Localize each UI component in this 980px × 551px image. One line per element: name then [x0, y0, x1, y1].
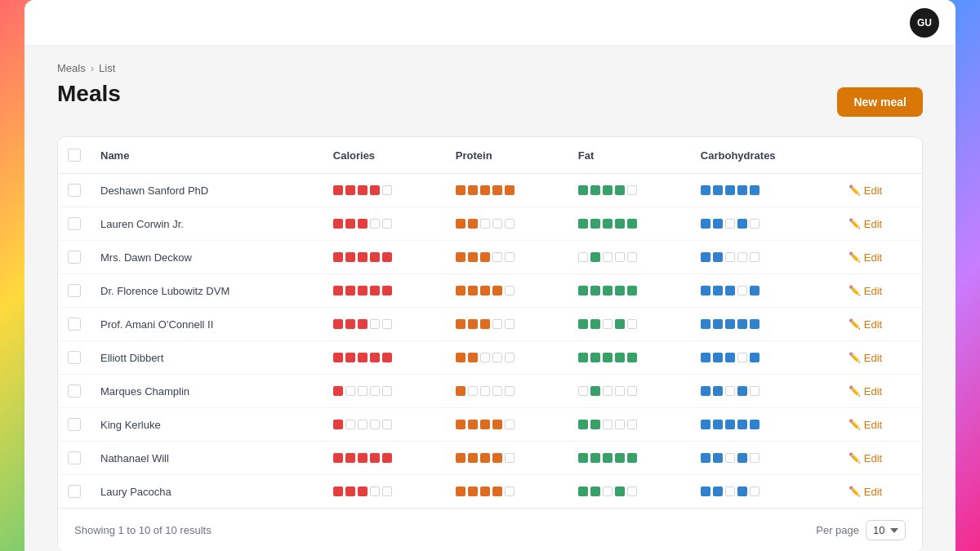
row-action-cell: ✏️ Edit: [839, 241, 922, 274]
per-page-control: Per page 10 25 50: [816, 520, 906, 540]
row-action-cell: ✏️ Edit: [839, 174, 922, 207]
row-checkbox-5[interactable]: [68, 351, 81, 364]
row-calories: [323, 274, 446, 308]
row-protein: [446, 442, 568, 475]
edit-button[interactable]: ✏️ Edit: [849, 385, 882, 398]
table-row: Deshawn Sanford PhD✏️ Edit: [58, 174, 922, 207]
table-row: Laury Pacocha✏️ Edit: [58, 475, 922, 509]
row-carbs: [691, 174, 839, 207]
row-name: Deshawn Sanford PhD: [91, 174, 323, 207]
table-row: King Kerluke✏️ Edit: [58, 408, 922, 442]
edit-button[interactable]: ✏️ Edit: [849, 419, 882, 431]
select-all-header: [58, 137, 91, 174]
row-checkbox-cell: [58, 274, 91, 308]
row-fat: [568, 475, 691, 509]
avatar[interactable]: GU: [910, 8, 939, 38]
col-calories: Calories: [323, 137, 446, 174]
edit-button[interactable]: ✏️ Edit: [849, 352, 882, 364]
row-carbs: [691, 341, 839, 375]
row-checkbox-1[interactable]: [68, 217, 81, 230]
row-carbs: [691, 241, 839, 274]
row-checkbox-6[interactable]: [68, 384, 81, 398]
row-checkbox-4[interactable]: [68, 318, 81, 331]
edit-icon: ✏️: [849, 419, 861, 430]
row-action-cell: ✏️ Edit: [839, 308, 922, 341]
edit-icon: ✏️: [849, 251, 861, 263]
breadcrumb-root[interactable]: Meals: [57, 62, 86, 74]
edit-button[interactable]: ✏️ Edit: [849, 218, 882, 230]
row-action-cell: ✏️ Edit: [839, 442, 922, 475]
breadcrumb-current: List: [99, 62, 115, 74]
row-calories: [323, 408, 446, 442]
top-bar: GU: [24, 0, 956, 46]
row-calories: [323, 375, 446, 408]
col-name: Name: [91, 137, 323, 174]
table-row: Marques Champlin✏️ Edit: [58, 375, 922, 408]
row-name: Dr. Florence Lubowitz DVM: [91, 274, 323, 308]
col-carbohydrates: Carbohydrates: [691, 137, 839, 174]
row-action-cell: ✏️ Edit: [839, 375, 922, 408]
edit-button[interactable]: ✏️ Edit: [849, 318, 882, 331]
breadcrumb: Meals › List: [57, 62, 923, 74]
row-name: Prof. Amani O'Connell II: [91, 308, 323, 341]
edit-button[interactable]: ✏️ Edit: [849, 251, 882, 264]
row-action-cell: ✏️ Edit: [839, 274, 922, 308]
pagination: Showing 1 to 10 of 10 results Per page 1…: [58, 508, 922, 551]
edit-button[interactable]: ✏️ Edit: [849, 285, 882, 297]
breadcrumb-separator: ›: [91, 62, 94, 74]
meals-table: Name Calories Protein Fat Carbohydrates …: [58, 137, 922, 508]
row-checkbox-3[interactable]: [68, 284, 81, 297]
row-name: Laury Pacocha: [91, 475, 323, 509]
new-meal-button[interactable]: New meal: [837, 87, 923, 117]
row-checkbox-cell: [58, 442, 91, 475]
row-checkbox-0[interactable]: [68, 184, 81, 197]
row-action-cell: ✏️ Edit: [839, 207, 922, 241]
edit-button[interactable]: ✏️ Edit: [849, 452, 882, 464]
row-calories: [323, 442, 446, 475]
row-carbs: [691, 274, 839, 308]
row-fat: [568, 442, 691, 475]
main-content: Meals › List Meals New meal Name Calorie…: [24, 46, 956, 551]
row-calories: [323, 241, 446, 274]
row-carbs: [691, 375, 839, 408]
row-fat: [568, 174, 691, 207]
row-carbs: [691, 408, 839, 442]
edit-icon: ✏️: [849, 352, 861, 363]
select-all-checkbox[interactable]: [68, 149, 81, 162]
table-row: Elliott Dibbert✏️ Edit: [58, 341, 922, 375]
row-protein: [446, 174, 568, 207]
row-protein: [446, 274, 568, 308]
edit-icon: ✏️: [849, 285, 861, 296]
row-checkbox-cell: [58, 174, 91, 207]
row-checkbox-cell: [58, 241, 91, 274]
edit-icon: ✏️: [849, 452, 861, 464]
row-checkbox-9[interactable]: [68, 485, 81, 498]
row-calories: [323, 475, 446, 509]
table-row: Prof. Amani O'Connell II✏️ Edit: [58, 308, 922, 341]
row-checkbox-8[interactable]: [68, 451, 81, 464]
row-checkbox-cell: [58, 341, 91, 375]
row-protein: [446, 241, 568, 274]
row-calories: [323, 341, 446, 375]
table-row: Mrs. Dawn Deckow✏️ Edit: [58, 241, 922, 274]
edit-button[interactable]: ✏️ Edit: [849, 486, 882, 498]
row-fat: [568, 308, 691, 341]
row-carbs: [691, 207, 839, 241]
edit-button[interactable]: ✏️ Edit: [849, 184, 882, 197]
per-page-label: Per page: [816, 524, 859, 536]
row-protein: [446, 207, 568, 241]
table-row: Dr. Florence Lubowitz DVM✏️ Edit: [58, 274, 922, 308]
edit-icon: ✏️: [849, 218, 861, 229]
edit-icon: ✏️: [849, 486, 861, 497]
row-carbs: [691, 308, 839, 341]
col-actions: [839, 137, 922, 174]
row-action-cell: ✏️ Edit: [839, 475, 922, 509]
per-page-select[interactable]: 10 25 50: [866, 520, 906, 540]
row-checkbox-7[interactable]: [68, 418, 81, 431]
row-protein: [446, 475, 568, 509]
row-checkbox-2[interactable]: [68, 251, 81, 264]
app-container: GU Meals › List Meals New meal Name: [24, 0, 956, 551]
edit-icon: ✏️: [849, 318, 861, 330]
row-name: Marques Champlin: [91, 375, 323, 408]
row-checkbox-cell: [58, 308, 91, 341]
